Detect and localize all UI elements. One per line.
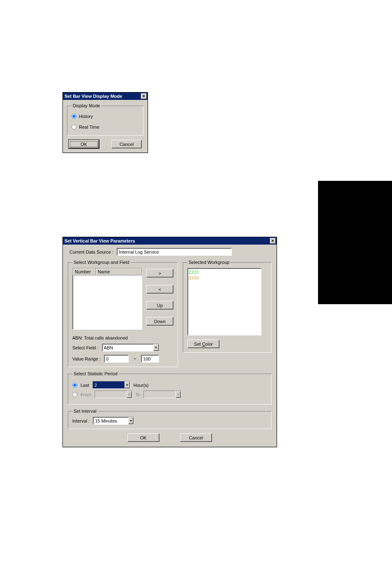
from-date-combo: ▼ bbox=[95, 391, 132, 398]
interval-combo[interactable]: ▼ bbox=[93, 417, 134, 425]
selected-workgroup-group: Selected Workgroup 2222 3333 Set Color bbox=[183, 260, 272, 353]
chevron-down-icon[interactable]: ▼ bbox=[153, 344, 159, 351]
radio-history-row[interactable]: History bbox=[71, 114, 139, 119]
chevron-down-icon[interactable]: ▼ bbox=[125, 381, 130, 388]
move-right-button[interactable]: > bbox=[146, 269, 173, 277]
radio-last[interactable] bbox=[72, 383, 77, 388]
chevron-down-icon: ▼ bbox=[127, 391, 132, 398]
range-separator: ~ bbox=[134, 356, 136, 361]
ok-button[interactable]: OK bbox=[127, 433, 159, 442]
close-icon[interactable]: ✕ bbox=[270, 238, 276, 244]
cancel-button[interactable]: Cancel bbox=[111, 140, 142, 148]
list-item[interactable]: 3333 bbox=[189, 275, 260, 281]
statistic-period-group: Select Statistic Period Last ▼ Hour(s) F… bbox=[68, 371, 272, 404]
data-source-label: Current Data Source : bbox=[69, 250, 113, 254]
display-mode-dialog: Set Bar View Display Mode ✕ Display Mode… bbox=[62, 92, 148, 153]
selected-workgroup-legend: Selected Workgroup bbox=[187, 260, 231, 265]
move-up-button[interactable]: Up bbox=[146, 301, 173, 310]
last-hours-value[interactable] bbox=[93, 381, 125, 388]
column-name[interactable]: Name bbox=[96, 268, 142, 275]
radio-history[interactable] bbox=[71, 114, 76, 119]
value-range-label: Value Range : bbox=[72, 356, 101, 361]
set-interval-group: Set Interval Interval : ▼ bbox=[68, 409, 272, 429]
radio-from-label: From bbox=[81, 392, 91, 397]
select-field-combo[interactable]: ▼ bbox=[102, 344, 159, 351]
to-date-combo: ▼ bbox=[143, 391, 181, 398]
display-mode-legend: Display Mode bbox=[71, 103, 101, 108]
cancel-button[interactable]: Cancel bbox=[180, 433, 212, 442]
value-range-high-input[interactable] bbox=[141, 355, 159, 363]
radio-last-label: Last bbox=[81, 383, 89, 388]
to-date-value bbox=[144, 391, 175, 398]
radio-history-label: History bbox=[79, 114, 93, 119]
selected-workgroup-list[interactable]: 2222 3333 bbox=[187, 268, 261, 335]
interval-value[interactable] bbox=[93, 417, 128, 424]
select-workgroup-group: Select Workgroup and Field Number Name >… bbox=[68, 260, 178, 367]
value-range-low-input[interactable] bbox=[104, 355, 129, 363]
ok-button[interactable]: OK bbox=[69, 140, 99, 148]
dialog2-title: Set Vertical Bar View Parameters bbox=[65, 237, 135, 245]
radio-realtime[interactable] bbox=[71, 125, 76, 129]
last-hours-combo[interactable]: ▼ bbox=[92, 381, 130, 389]
select-field-label: Select Field : bbox=[72, 345, 99, 350]
display-mode-group: Display Mode History Real Time bbox=[67, 103, 143, 136]
set-interval-legend: Set Interval bbox=[72, 409, 98, 414]
from-date-value bbox=[95, 391, 127, 398]
move-down-button[interactable]: Down bbox=[146, 317, 173, 326]
data-source-input[interactable] bbox=[117, 248, 232, 256]
chevron-down-icon: ▼ bbox=[175, 391, 181, 398]
dialog2-titlebar: Set Vertical Bar View Parameters ✕ bbox=[63, 237, 277, 245]
select-workgroup-legend: Select Workgroup and Field bbox=[72, 260, 131, 265]
radio-from[interactable] bbox=[72, 392, 77, 397]
set-color-button[interactable]: Set Color bbox=[187, 340, 219, 348]
dialog1-title: Set Bar View Display Mode bbox=[65, 92, 122, 100]
statistic-period-legend: Select Statistic Period bbox=[72, 371, 119, 376]
dialog1-titlebar: Set Bar View Display Mode ✕ bbox=[63, 92, 148, 100]
to-label: To bbox=[136, 392, 141, 397]
close-icon[interactable]: ✕ bbox=[141, 93, 147, 99]
radio-realtime-row[interactable]: Real Time bbox=[71, 125, 139, 129]
side-black-block bbox=[318, 181, 392, 304]
workgroup-listview[interactable]: Number Name bbox=[72, 268, 142, 330]
select-field-value[interactable] bbox=[102, 344, 153, 351]
list-item[interactable]: 2222 bbox=[189, 269, 260, 275]
column-number[interactable]: Number bbox=[73, 268, 96, 275]
interval-label: Interval : bbox=[72, 418, 90, 423]
vertical-bar-params-dialog: Set Vertical Bar View Parameters ✕ Curre… bbox=[62, 237, 277, 447]
radio-realtime-label: Real Time bbox=[79, 125, 99, 129]
hours-label: Hour(s) bbox=[134, 383, 149, 388]
chevron-down-icon[interactable]: ▼ bbox=[128, 417, 134, 424]
move-left-button[interactable]: < bbox=[146, 285, 173, 293]
abn-description: ABN: Total calls abandoned bbox=[72, 335, 173, 340]
